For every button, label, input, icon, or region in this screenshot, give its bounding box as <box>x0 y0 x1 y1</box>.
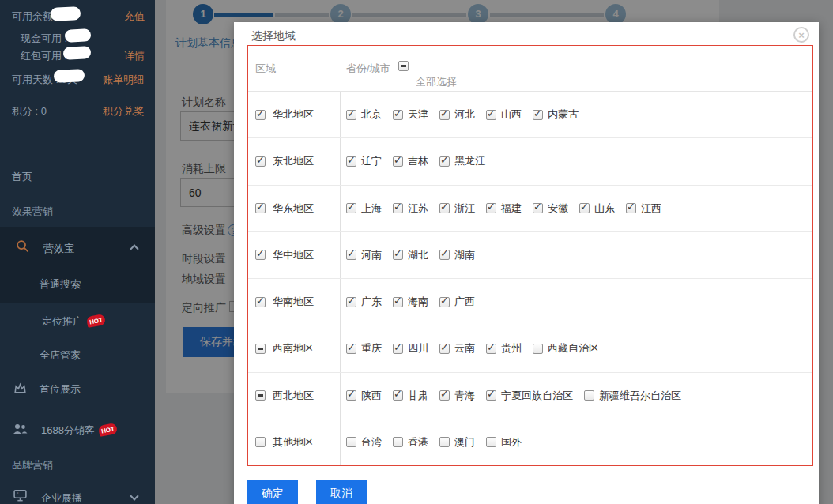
province-label: 山东 <box>594 201 615 216</box>
confirm-button[interactable]: 确定 <box>247 480 298 504</box>
points-label: 积分 : 0 <box>12 104 47 118</box>
region-cell: 其他地区 <box>248 419 341 465</box>
region-checkbox[interactable] <box>255 344 266 354</box>
province-label: 上海 <box>361 201 382 216</box>
sidebar-item-fenxiaoke[interactable]: 1688分销客HOT <box>41 423 117 438</box>
close-icon[interactable]: × <box>793 27 809 43</box>
sidebar-item-effect-marketing[interactable]: 效果营销 <box>12 205 53 219</box>
cash-label: 现金可用 : <box>21 32 67 46</box>
province-label: 台湾 <box>361 435 382 449</box>
province-label: 海南 <box>408 295 428 309</box>
targeted-promo-label: 定位推广 <box>42 315 83 327</box>
sidebar-item-normal-search[interactable]: 普通搜索 <box>40 277 81 291</box>
province-label: 湖南 <box>454 248 475 262</box>
province-checkbox[interactable] <box>393 390 403 401</box>
sidebar-item-targeted-promo[interactable]: 定位推广HOT <box>42 314 105 329</box>
sidebar-item-yingxiaobao[interactable]: 营效宝 <box>43 242 74 256</box>
province-checkbox[interactable] <box>533 344 543 354</box>
province-checkbox[interactable] <box>393 250 403 260</box>
table-row: 其他地区 台湾 香港 澳门 国外 <box>248 419 812 465</box>
region-checkbox[interactable] <box>255 250 266 260</box>
province-checkbox[interactable] <box>346 297 356 307</box>
province-checkbox[interactable] <box>439 156 450 167</box>
province-checkbox[interactable] <box>393 344 403 354</box>
region-checkbox[interactable] <box>255 110 266 120</box>
province-checkbox[interactable] <box>346 437 356 447</box>
table-header: 区域 省份/城市 全部选择 <box>248 46 812 92</box>
province-checkbox[interactable] <box>346 110 356 120</box>
select-all-checkbox[interactable] <box>398 61 409 71</box>
table-row: 华北地区 北京 天津 河北 山西 内蒙古 <box>248 92 812 138</box>
province-checkbox[interactable] <box>393 437 403 447</box>
crown-icon <box>13 381 28 398</box>
province-checkbox[interactable] <box>486 437 496 447</box>
province-checkbox[interactable] <box>346 344 356 354</box>
modal-title: 选择地域 <box>251 29 296 43</box>
province-label: 山西 <box>501 107 522 122</box>
cancel-button[interactable]: 取消 <box>316 480 367 504</box>
sidebar-item-enterprise-show[interactable]: 企业展播 <box>41 491 82 504</box>
province-label: 河北 <box>454 107 475 122</box>
redpacket-label: 红包可用 : <box>21 49 67 63</box>
province-checkbox[interactable] <box>346 156 356 167</box>
province-checkbox[interactable] <box>439 110 450 120</box>
province-checkbox[interactable] <box>439 437 450 447</box>
province-checkbox[interactable] <box>486 110 496 120</box>
province-checkbox[interactable] <box>579 203 590 213</box>
province-checkbox[interactable] <box>584 390 594 401</box>
province-checkbox[interactable] <box>486 390 496 401</box>
province-label: 内蒙古 <box>548 107 579 122</box>
province-checkbox[interactable] <box>346 250 356 260</box>
province-checkbox[interactable] <box>626 203 636 213</box>
column-header-province: 省份/城市 <box>346 62 390 76</box>
province-checkbox[interactable] <box>393 110 403 120</box>
sidebar-item-store-manager[interactable]: 全店管家 <box>40 348 81 363</box>
province-checkbox[interactable] <box>346 203 356 213</box>
table-row: 华中地区 河南 湖北 湖南 <box>248 232 812 279</box>
account-panel: 可用余额 : 充值 现金可用 : 红包可用 : 详情 可用天数 : 0天 账单明… <box>0 0 155 158</box>
chevron-down-icon[interactable] <box>130 491 138 500</box>
province-checkbox[interactable] <box>393 156 403 167</box>
sidebar-item-home[interactable]: 首页 <box>12 170 32 184</box>
points-redeem-link[interactable]: 积分兑奖 <box>103 104 144 118</box>
search-icon <box>16 239 30 256</box>
recharge-link[interactable]: 充值 <box>124 9 145 24</box>
region-cell: 华南地区 <box>248 279 341 325</box>
column-header-region: 区域 <box>255 62 276 76</box>
fenxiaoke-label: 1688分销客 <box>41 424 95 436</box>
region-checkbox[interactable] <box>255 156 266 167</box>
region-checkbox[interactable] <box>255 437 266 447</box>
province-checkbox[interactable] <box>439 250 450 260</box>
region-label: 华北地区 <box>273 107 314 122</box>
region-label: 其他地区 <box>273 435 314 449</box>
sidebar-item-top-display[interactable]: 首位展示 <box>40 382 81 397</box>
region-checkbox[interactable] <box>255 297 266 307</box>
region-table: 区域 省份/城市 全部选择 华北地区 北京 天津 河北 山西 内 <box>247 45 813 466</box>
details-link[interactable]: 详情 <box>124 49 145 63</box>
province-checkbox[interactable] <box>393 203 403 213</box>
province-checkbox[interactable] <box>393 297 403 307</box>
province-cell: 辽宁 吉林 黑龙江 <box>341 138 812 184</box>
region-label: 西北地区 <box>273 389 314 403</box>
province-checkbox[interactable] <box>439 297 450 307</box>
province-checkbox[interactable] <box>533 110 543 120</box>
region-checkbox[interactable] <box>255 390 266 401</box>
province-checkbox[interactable] <box>486 344 496 354</box>
province-label: 国外 <box>501 435 522 449</box>
province-checkbox[interactable] <box>486 203 496 213</box>
billing-link[interactable]: 账单明细 <box>103 73 144 87</box>
sidebar-item-brand-marketing[interactable]: 品牌营销 <box>12 458 53 472</box>
region-label: 东北地区 <box>273 154 314 168</box>
province-checkbox[interactable] <box>439 203 450 213</box>
province-checkbox[interactable] <box>346 390 356 401</box>
province-label: 宁夏回族自治区 <box>501 389 573 403</box>
region-cell: 华中地区 <box>248 232 341 278</box>
table-row: 西北地区 陕西 甘肃 青海 宁夏回族自治区 新疆维吾尔自治区 <box>248 373 812 419</box>
hot-badge: HOT <box>86 314 106 328</box>
province-checkbox[interactable] <box>439 390 450 401</box>
province-label: 黑龙江 <box>454 154 485 168</box>
province-checkbox[interactable] <box>533 203 543 213</box>
region-checkbox[interactable] <box>255 203 266 213</box>
sidebar: 可用余额 : 充值 现金可用 : 红包可用 : 详情 可用天数 : 0天 账单明… <box>0 0 155 504</box>
province-checkbox[interactable] <box>439 344 450 354</box>
